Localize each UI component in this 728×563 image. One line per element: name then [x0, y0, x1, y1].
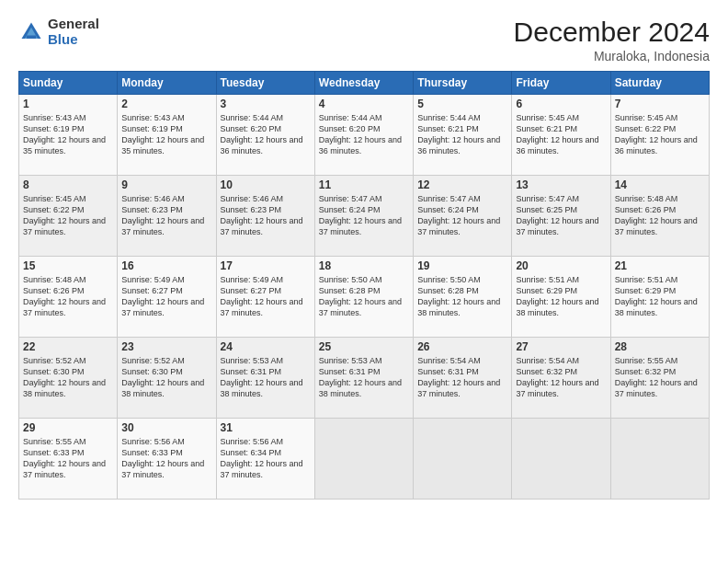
calendar-cell: 18 Sunrise: 5:50 AMSunset: 6:28 PMDaylig… — [314, 257, 413, 338]
day-number: 5 — [417, 98, 507, 110]
svg-rect-2 — [27, 35, 37, 39]
day-number: 4 — [319, 98, 409, 110]
day-number: 10 — [221, 178, 311, 191]
day-info: Sunrise: 5:49 AMSunset: 6:27 PMDaylight:… — [121, 275, 204, 317]
calendar-cell: 19 Sunrise: 5:50 AMSunset: 6:28 PMDaylig… — [414, 257, 512, 338]
calendar-week-3: 15 Sunrise: 5:48 AMSunset: 6:26 PMDaylig… — [19, 257, 710, 338]
header: General Blue December 2024 Muraloka, Ind… — [18, 17, 710, 63]
day-info: Sunrise: 5:54 AMSunset: 6:32 PMDaylight:… — [516, 356, 598, 398]
day-number: 28 — [615, 340, 705, 353]
day-number: 12 — [417, 178, 507, 191]
day-info: Sunrise: 5:47 AMSunset: 6:24 PMDaylight:… — [319, 194, 402, 236]
calendar: Sunday Monday Tuesday Wednesday Thursday… — [18, 71, 710, 500]
day-info: Sunrise: 5:45 AMSunset: 6:22 PMDaylight:… — [23, 194, 106, 236]
logo-general: General — [48, 17, 99, 32]
calendar-cell: 16 Sunrise: 5:49 AMSunset: 6:27 PMDaylig… — [118, 257, 216, 338]
day-number: 1 — [23, 98, 113, 110]
calendar-cell — [512, 419, 610, 500]
header-monday: Monday — [118, 72, 216, 95]
day-number: 6 — [516, 98, 606, 110]
day-number: 30 — [121, 421, 211, 434]
calendar-cell: 11 Sunrise: 5:47 AMSunset: 6:24 PMDaylig… — [314, 176, 413, 257]
header-saturday: Saturday — [610, 72, 709, 95]
day-number: 18 — [319, 259, 409, 272]
header-row: Sunday Monday Tuesday Wednesday Thursday… — [19, 72, 710, 95]
logo: General Blue — [18, 17, 99, 47]
day-number: 14 — [615, 178, 705, 191]
day-info: Sunrise: 5:56 AMSunset: 6:33 PMDaylight:… — [121, 437, 204, 479]
calendar-cell: 13 Sunrise: 5:47 AMSunset: 6:25 PMDaylig… — [512, 176, 610, 257]
day-info: Sunrise: 5:51 AMSunset: 6:29 PMDaylight:… — [516, 275, 598, 317]
day-number: 19 — [417, 259, 507, 272]
calendar-cell: 24 Sunrise: 5:53 AMSunset: 6:31 PMDaylig… — [216, 338, 314, 419]
day-number: 23 — [121, 340, 211, 353]
logo-blue: Blue — [48, 32, 99, 48]
calendar-cell: 7 Sunrise: 5:45 AMSunset: 6:22 PMDayligh… — [610, 95, 709, 176]
day-number: 21 — [615, 259, 705, 272]
day-info: Sunrise: 5:55 AMSunset: 6:33 PMDaylight:… — [23, 437, 106, 479]
logo-icon — [18, 19, 44, 45]
day-info: Sunrise: 5:56 AMSunset: 6:34 PMDaylight:… — [221, 437, 303, 479]
calendar-cell: 12 Sunrise: 5:47 AMSunset: 6:24 PMDaylig… — [414, 176, 512, 257]
day-info: Sunrise: 5:55 AMSunset: 6:32 PMDaylight:… — [615, 356, 698, 398]
day-info: Sunrise: 5:50 AMSunset: 6:28 PMDaylight:… — [319, 275, 402, 317]
subtitle: Muraloka, Indonesia — [514, 49, 710, 63]
header-friday: Friday — [512, 72, 610, 95]
day-number: 8 — [23, 178, 113, 191]
calendar-cell: 23 Sunrise: 5:52 AMSunset: 6:30 PMDaylig… — [118, 338, 216, 419]
day-info: Sunrise: 5:49 AMSunset: 6:27 PMDaylight:… — [221, 275, 303, 317]
calendar-cell: 29 Sunrise: 5:55 AMSunset: 6:33 PMDaylig… — [19, 419, 118, 500]
day-info: Sunrise: 5:45 AMSunset: 6:22 PMDaylight:… — [615, 113, 698, 155]
day-number: 16 — [121, 259, 211, 272]
calendar-cell: 22 Sunrise: 5:52 AMSunset: 6:30 PMDaylig… — [19, 338, 118, 419]
calendar-week-4: 22 Sunrise: 5:52 AMSunset: 6:30 PMDaylig… — [19, 338, 710, 419]
day-info: Sunrise: 5:44 AMSunset: 6:21 PMDaylight:… — [417, 113, 500, 155]
day-info: Sunrise: 5:45 AMSunset: 6:21 PMDaylight:… — [516, 113, 598, 155]
day-info: Sunrise: 5:44 AMSunset: 6:20 PMDaylight:… — [221, 113, 303, 155]
day-info: Sunrise: 5:51 AMSunset: 6:29 PMDaylight:… — [615, 275, 698, 317]
calendar-cell: 10 Sunrise: 5:46 AMSunset: 6:23 PMDaylig… — [216, 176, 314, 257]
calendar-cell: 1 Sunrise: 5:43 AMSunset: 6:19 PMDayligh… — [19, 95, 118, 176]
day-info: Sunrise: 5:48 AMSunset: 6:26 PMDaylight:… — [615, 194, 698, 236]
main-title: December 2024 — [514, 17, 710, 47]
calendar-cell: 4 Sunrise: 5:44 AMSunset: 6:20 PMDayligh… — [314, 95, 413, 176]
calendar-cell: 3 Sunrise: 5:44 AMSunset: 6:20 PMDayligh… — [216, 95, 314, 176]
day-number: 17 — [221, 259, 311, 272]
calendar-cell: 17 Sunrise: 5:49 AMSunset: 6:27 PMDaylig… — [216, 257, 314, 338]
header-tuesday: Tuesday — [216, 72, 314, 95]
header-thursday: Thursday — [414, 72, 512, 95]
calendar-cell — [414, 419, 512, 500]
calendar-body: 1 Sunrise: 5:43 AMSunset: 6:19 PMDayligh… — [19, 95, 710, 500]
day-number: 2 — [121, 98, 211, 110]
day-number: 25 — [319, 340, 409, 353]
day-info: Sunrise: 5:44 AMSunset: 6:20 PMDaylight:… — [319, 113, 402, 155]
day-info: Sunrise: 5:54 AMSunset: 6:31 PMDaylight:… — [417, 356, 500, 398]
day-number: 7 — [615, 98, 705, 110]
calendar-cell: 8 Sunrise: 5:45 AMSunset: 6:22 PMDayligh… — [19, 176, 118, 257]
title-area: December 2024 Muraloka, Indonesia — [514, 17, 710, 63]
day-info: Sunrise: 5:47 AMSunset: 6:25 PMDaylight:… — [516, 194, 598, 236]
day-number: 27 — [516, 340, 606, 353]
calendar-week-1: 1 Sunrise: 5:43 AMSunset: 6:19 PMDayligh… — [19, 95, 710, 176]
calendar-cell: 6 Sunrise: 5:45 AMSunset: 6:21 PMDayligh… — [512, 95, 610, 176]
calendar-cell: 21 Sunrise: 5:51 AMSunset: 6:29 PMDaylig… — [610, 257, 709, 338]
day-number: 31 — [221, 421, 311, 434]
calendar-cell: 31 Sunrise: 5:56 AMSunset: 6:34 PMDaylig… — [216, 419, 314, 500]
calendar-cell: 26 Sunrise: 5:54 AMSunset: 6:31 PMDaylig… — [414, 338, 512, 419]
day-number: 13 — [516, 178, 606, 191]
day-info: Sunrise: 5:46 AMSunset: 6:23 PMDaylight:… — [121, 194, 204, 236]
day-info: Sunrise: 5:43 AMSunset: 6:19 PMDaylight:… — [23, 113, 106, 155]
day-number: 29 — [23, 421, 113, 434]
calendar-header: Sunday Monday Tuesday Wednesday Thursday… — [19, 72, 710, 95]
day-info: Sunrise: 5:53 AMSunset: 6:31 PMDaylight:… — [319, 356, 402, 398]
day-number: 24 — [221, 340, 311, 353]
day-number: 9 — [121, 178, 211, 191]
day-info: Sunrise: 5:50 AMSunset: 6:28 PMDaylight:… — [417, 275, 500, 317]
day-info: Sunrise: 5:47 AMSunset: 6:24 PMDaylight:… — [417, 194, 500, 236]
day-info: Sunrise: 5:52 AMSunset: 6:30 PMDaylight:… — [121, 356, 204, 398]
calendar-week-2: 8 Sunrise: 5:45 AMSunset: 6:22 PMDayligh… — [19, 176, 710, 257]
calendar-cell: 27 Sunrise: 5:54 AMSunset: 6:32 PMDaylig… — [512, 338, 610, 419]
calendar-cell: 14 Sunrise: 5:48 AMSunset: 6:26 PMDaylig… — [610, 176, 709, 257]
page: General Blue December 2024 Muraloka, Ind… — [0, 0, 728, 563]
logo-text: General Blue — [48, 17, 99, 47]
